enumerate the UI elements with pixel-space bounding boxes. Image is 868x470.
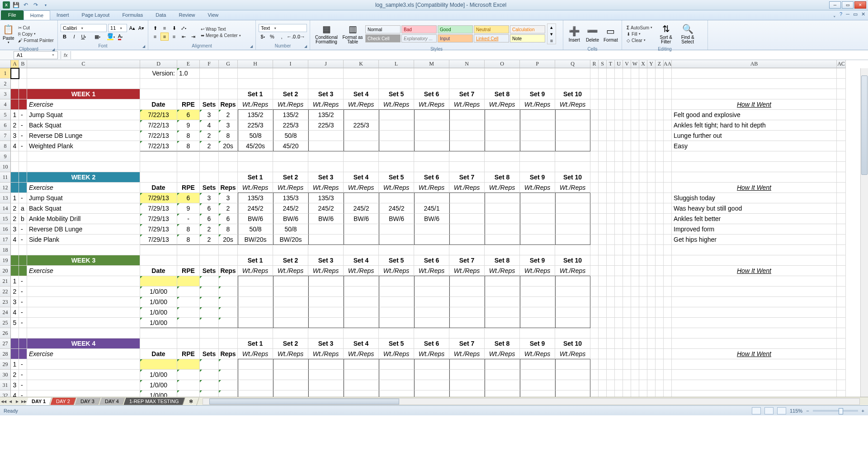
cell[interactable] [664, 131, 672, 141]
cell[interactable] [520, 390, 555, 397]
cell[interactable] [623, 224, 631, 235]
cell[interactable]: Set 2 [273, 255, 308, 266]
cell[interactable] [520, 245, 555, 255]
row-header[interactable]: 9 [0, 151, 11, 162]
cell[interactable] [607, 99, 615, 110]
cell[interactable] [238, 359, 273, 370]
cell[interactable] [19, 328, 27, 338]
cell[interactable] [11, 99, 19, 110]
cell[interactable] [344, 380, 379, 390]
cell[interactable]: - [19, 287, 27, 297]
cell[interactable] [555, 131, 590, 141]
cell[interactable] [656, 307, 664, 318]
cell[interactable]: 225/3 [238, 120, 273, 131]
cell[interactable]: Date [140, 349, 177, 359]
cell[interactable] [344, 245, 379, 255]
cell[interactable]: Set 9 [520, 89, 555, 99]
cell[interactable] [379, 318, 414, 328]
doc-restore-icon[interactable]: ▭ [853, 11, 858, 17]
merge-center-button[interactable]: ⬌Merge & Center▾ [199, 33, 243, 38]
cell[interactable] [656, 89, 664, 99]
cell[interactable] [590, 162, 599, 172]
cell[interactable] [485, 79, 520, 89]
cell[interactable] [837, 266, 846, 276]
cell[interactable] [140, 79, 177, 89]
cell[interactable] [837, 255, 846, 266]
exercise-name[interactable] [27, 380, 140, 390]
cell[interactable] [273, 380, 308, 390]
cell[interactable] [631, 68, 639, 79]
cell[interactable] [623, 110, 631, 120]
cell[interactable]: Set 7 [449, 255, 485, 266]
cell[interactable] [344, 141, 379, 151]
cell[interactable] [664, 99, 672, 110]
cell[interactable] [379, 224, 414, 235]
cell[interactable] [615, 349, 623, 359]
cell[interactable]: Wt./Reps [238, 183, 273, 193]
cell[interactable] [177, 390, 200, 397]
column-header[interactable]: Q [555, 60, 590, 68]
cell[interactable] [219, 89, 238, 99]
cell[interactable] [344, 276, 379, 287]
cell[interactable] [615, 141, 623, 151]
cell[interactable] [639, 203, 647, 214]
shrink-font-button[interactable]: A▾ [137, 24, 145, 32]
cell[interactable] [631, 151, 639, 162]
cell[interactable]: Wt./Reps [273, 349, 308, 359]
cell[interactable]: 135/3 [308, 193, 344, 203]
cell[interactable] [672, 162, 837, 172]
cell[interactable] [414, 110, 449, 120]
cell[interactable]: 1/0/00 [140, 287, 177, 297]
cell[interactable]: Wt./Reps [414, 183, 449, 193]
cell[interactable] [615, 266, 623, 276]
cell[interactable] [379, 359, 414, 370]
cell[interactable]: - [19, 359, 27, 370]
cell[interactable] [623, 203, 631, 214]
cell[interactable] [639, 276, 647, 287]
cell[interactable] [664, 307, 672, 318]
cell[interactable] [449, 359, 485, 370]
cell[interactable] [623, 328, 631, 338]
cell[interactable] [599, 162, 607, 172]
cell[interactable] [379, 287, 414, 297]
cell[interactable]: Wt./Reps [485, 99, 520, 110]
cell[interactable]: RPE [177, 99, 200, 110]
cell[interactable] [672, 338, 837, 349]
cell[interactable]: - [19, 276, 27, 287]
cell[interactable] [555, 390, 590, 397]
cell[interactable] [520, 297, 555, 307]
zoom-out-button[interactable]: − [806, 408, 809, 414]
cell[interactable] [238, 245, 273, 255]
cell[interactable] [485, 287, 520, 297]
cell[interactable] [631, 245, 639, 255]
style-neutral[interactable]: Neutral [474, 25, 509, 33]
gallery-up-icon[interactable]: ▴ [547, 24, 556, 30]
cell[interactable]: Set 5 [379, 338, 414, 349]
cell[interactable] [599, 287, 607, 297]
cell[interactable] [177, 328, 200, 338]
align-center-button[interactable]: ≡ [160, 33, 169, 41]
doc-minimize-icon[interactable]: ─ [846, 11, 849, 17]
cell[interactable] [238, 151, 273, 162]
zoom-slider[interactable] [813, 410, 858, 412]
cell[interactable] [238, 162, 273, 172]
cell[interactable] [615, 89, 623, 99]
column-header[interactable]: R [590, 60, 599, 68]
save-button[interactable]: 💾 [12, 1, 20, 9]
cell[interactable] [837, 328, 846, 338]
cell[interactable] [623, 370, 631, 380]
cell[interactable] [631, 307, 639, 318]
cell[interactable] [647, 193, 656, 203]
row-header[interactable]: 25 [0, 318, 11, 328]
cell[interactable] [647, 266, 656, 276]
cell[interactable] [837, 120, 846, 131]
cell[interactable]: Reps [219, 99, 238, 110]
cell[interactable] [555, 193, 590, 203]
cell[interactable]: 2 [11, 203, 19, 214]
cell[interactable] [485, 151, 520, 162]
cell[interactable]: 8 [177, 235, 200, 245]
week-title[interactable]: WEEK 2 [27, 172, 140, 183]
cell[interactable] [11, 338, 19, 349]
sheet-tab-1-rep-max-testing[interactable]: 1-REP MAX TESTING [123, 398, 185, 405]
cell[interactable] [590, 151, 599, 162]
